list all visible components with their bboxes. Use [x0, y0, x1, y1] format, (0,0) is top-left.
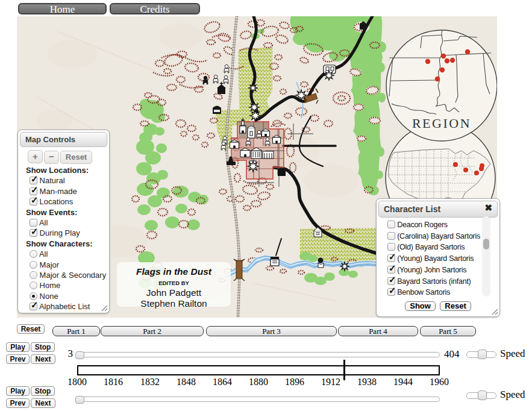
svg-text:REGION: REGION — [412, 116, 471, 131]
